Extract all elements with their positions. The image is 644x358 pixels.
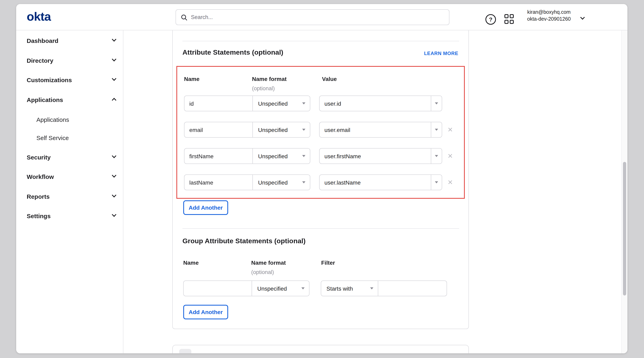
value-dropdown-button[interactable] [431,149,442,164]
add-another-group-attribute-button[interactable]: Add Another [183,305,228,319]
sidebar-item-applications[interactable]: Applications [27,94,116,106]
column-header-filter: Filter [321,259,335,266]
column-header-value: Value [322,76,337,82]
attr-value-input[interactable] [320,149,431,164]
caret-down-icon [370,287,373,289]
search-icon [181,14,187,21]
chevron-down-icon [112,212,116,217]
caret-down-icon [435,155,438,157]
chevron-down-icon [112,193,116,198]
scrollbar-track[interactable] [621,30,628,353]
caret-down-icon [302,129,306,131]
remove-row-button[interactable]: ✕ [442,152,458,160]
user-menu[interactable]: kiran@boxyhq.com okta-dev-20901260 [523,9,575,23]
attr-name-input[interactable] [184,122,252,137]
top-bar: okta ? kiran@boxyhq.com okta-dev-2090126… [16,4,628,30]
value-combobox [319,148,442,164]
name-format-select[interactable]: Unspecified [252,175,310,190]
name-and-format-pill: Unspecified [183,280,310,296]
sidebar-item-settings[interactable]: Settings [27,210,116,222]
value-dropdown-button[interactable] [431,175,442,190]
learn-more-link[interactable]: LEARN MORE [424,51,458,56]
filter-value-input[interactable] [378,281,446,296]
sidebar-item-customizations[interactable]: Customizations [27,74,116,86]
saml-settings-card: Attribute Statements (optional) LEARN MO… [172,30,469,329]
column-header-name-format: Name format [252,76,286,82]
chevron-down-icon [112,57,116,62]
user-email: kiran@boxyhq.com [523,9,575,16]
okta-admin-page: okta ? kiran@boxyhq.com okta-dev-2090126… [0,0,644,358]
sidebar-item-directory[interactable]: Directory [27,54,116,66]
name-and-format-pill: Unspecified [184,174,310,190]
sidebar-nav: Dashboard Directory Customizations Appli… [16,30,124,353]
add-another-attribute-button[interactable]: Add Another [183,200,228,215]
value-combobox [319,174,442,190]
app-switcher-icon[interactable] [504,14,514,24]
chevron-up-icon [112,98,116,103]
user-org: okta-dev-20901260 [523,16,575,23]
attr-name-input[interactable] [184,175,252,190]
sidebar-item-reports[interactable]: Reports [27,190,116,202]
chevron-down-icon [112,76,116,81]
column-note-optional: (optional) [251,269,274,275]
admin-console-window: okta ? kiran@boxyhq.com okta-dev-2090126… [16,4,628,353]
column-header-name: Name [184,76,200,82]
column-header-name: Name [183,259,198,266]
name-format-select[interactable]: Unspecified [252,96,310,111]
attr-name-input[interactable] [184,149,252,164]
attribute-statements-title: Attribute Statements (optional) [182,49,283,57]
help-icon[interactable]: ? [486,14,496,25]
value-combobox [319,122,442,138]
next-section-card [172,345,469,353]
attribute-statements-highlight-box: Name Name format (optional) Value Unspec… [176,66,465,199]
attr-value-input[interactable] [320,96,431,111]
okta-logo: okta [27,10,51,24]
global-search[interactable] [176,9,450,25]
remove-row-button[interactable]: ✕ [442,126,458,134]
remove-row-button[interactable]: ✕ [442,178,458,186]
name-and-format-pill: Unspecified [184,122,310,138]
section-divider [182,41,459,41]
filter-pill: Starts with [321,280,447,296]
chevron-down-icon [112,173,116,178]
chevron-down-icon [112,154,116,158]
column-note-optional: (optional) [252,85,275,92]
attribute-row: Unspecified [184,96,442,111]
name-format-select[interactable]: Unspecified [252,149,310,164]
caret-down-icon [435,102,438,104]
scrollbar-thumb[interactable] [623,162,626,295]
attr-value-input[interactable] [320,122,431,137]
sidebar-item-workflow[interactable]: Workflow [27,170,116,183]
section-icon-placeholder [179,349,191,353]
sidebar-subitem-applications[interactable]: Applications [36,113,116,126]
value-dropdown-button[interactable] [431,122,442,137]
attribute-row: Unspecified ✕ [184,148,458,164]
filter-type-select[interactable]: Starts with [321,281,378,296]
group-attribute-statements-title: Group Attribute Statements (optional) [182,237,306,245]
chevron-down-icon[interactable] [580,15,585,20]
sidebar-subitem-self-service[interactable]: Self Service [36,132,116,144]
name-and-format-pill: Unspecified [184,96,310,111]
chevron-down-icon [112,37,116,42]
column-header-name-format: Name format [251,259,286,266]
caret-down-icon [302,181,306,183]
name-format-select[interactable]: Unspecified [252,122,310,137]
caret-down-icon [435,129,438,131]
value-combobox [319,96,442,111]
caret-down-icon [435,181,438,183]
value-dropdown-button[interactable] [431,96,442,111]
group-attribute-row: Unspecified Starts with [183,280,447,296]
name-and-format-pill: Unspecified [184,148,310,164]
attribute-row: Unspecified ✕ [184,122,458,138]
attribute-row: Unspecified ✕ [184,174,458,190]
name-format-select[interactable]: Unspecified [252,281,309,296]
group-name-input[interactable] [184,281,252,296]
caret-down-icon [301,287,304,289]
sidebar-item-security[interactable]: Security [27,151,116,163]
attr-value-input[interactable] [320,175,431,190]
section-divider [182,228,459,229]
search-input[interactable] [191,14,444,20]
attr-name-input[interactable] [184,96,252,111]
main-content: Attribute Statements (optional) LEARN MO… [124,30,628,353]
sidebar-item-dashboard[interactable]: Dashboard [27,35,116,47]
